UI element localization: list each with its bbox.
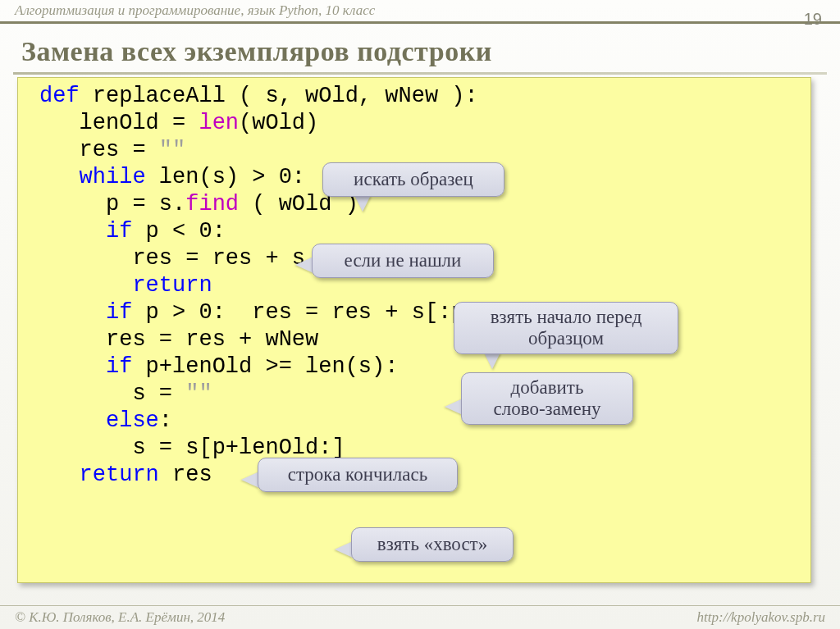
footer-copyright: © К.Ю. Поляков, Е.А. Ерёмин, 2014 <box>15 609 225 626</box>
kw-if: if <box>106 300 132 325</box>
callout-tail <box>295 257 313 273</box>
callout-tail <box>335 541 353 558</box>
callout-tail <box>484 353 500 369</box>
callout-text: взять начало перед образцом <box>491 307 642 349</box>
breadcrumb: Алгоритмизация и программирование, язык … <box>15 2 375 19</box>
code-text <box>39 273 132 298</box>
kw-return: return <box>80 463 159 487</box>
kw-return: return <box>132 273 212 298</box>
code-text <box>39 354 106 379</box>
callout-text: взять «хвост» <box>377 534 487 555</box>
code-text <box>39 300 106 325</box>
footer: © К.Ю. Поляков, Е.А. Ерёмин, 2014 http:/… <box>0 605 840 629</box>
breadcrumb-bar: Алгоритмизация и программирование, язык … <box>0 0 840 24</box>
kw-if: if <box>106 354 132 379</box>
callout-text: строка кончилась <box>288 464 427 485</box>
code-text: p = s. <box>39 192 185 217</box>
title-underline <box>13 72 827 75</box>
callout-search-sample: искать образец <box>322 162 504 197</box>
fn-len: len <box>199 111 239 135</box>
callout-text: искать образец <box>354 169 473 190</box>
code-text: p < 0: <box>132 219 225 244</box>
code-text: p > 0: res = res + s[:p] <box>132 300 477 325</box>
code-text: s = <box>39 381 185 406</box>
code-text <box>39 165 80 189</box>
callout-tail <box>445 399 463 415</box>
code-text: (wOld) <box>239 111 318 135</box>
code-text <box>39 463 80 487</box>
kw-else: else <box>106 408 159 433</box>
footer-url: http://kpolyakov.spb.ru <box>697 609 825 626</box>
code-text: lenOld = <box>39 111 199 135</box>
code-text: p+lenOld >= len(s): <box>132 354 398 379</box>
code-text: len(s) > 0: <box>146 165 305 189</box>
code-text <box>39 219 106 244</box>
code-text: res = res + s <box>39 246 305 271</box>
code-text <box>39 408 106 433</box>
str-empty: "" <box>159 138 185 162</box>
fn-find: find <box>185 192 239 217</box>
callout-text: если не нашли <box>345 250 462 271</box>
code-content: def replaceAll ( s, wOld, wNew ): lenOld… <box>39 83 796 489</box>
code-text: res = <box>39 138 159 162</box>
code-text: res = res + wNew <box>39 327 318 352</box>
str-empty: "" <box>185 381 212 406</box>
kw-def: def <box>39 84 80 108</box>
slide-number: 19 <box>804 10 822 29</box>
code-text: s = s[p+lenOld:] <box>39 435 345 460</box>
callout-not-found: если не нашли <box>312 244 494 278</box>
kw-if: if <box>106 219 132 244</box>
kw-while: while <box>80 165 146 189</box>
code-block: def replaceAll ( s, wOld, wNew ): lenOld… <box>17 77 811 583</box>
slide: Алгоритмизация и программирование, язык … <box>0 0 840 629</box>
callout-string-ended: строка кончилась <box>258 458 458 492</box>
code-text: : <box>159 408 172 433</box>
code-text: replaceAll ( s, wOld, wNew ): <box>80 84 478 108</box>
code-text: res <box>159 463 212 487</box>
callout-add-replacement: добавить слово-замену <box>461 372 633 425</box>
callout-take-tail: взять «хвост» <box>351 527 514 562</box>
callout-text: добавить слово-замену <box>494 377 601 420</box>
callout-take-prefix: взять начало перед образцом <box>454 302 678 354</box>
callout-tail <box>241 472 259 488</box>
callout-tail <box>354 195 371 212</box>
page-title: Замена всех экземпляров подстроки <box>21 36 492 67</box>
